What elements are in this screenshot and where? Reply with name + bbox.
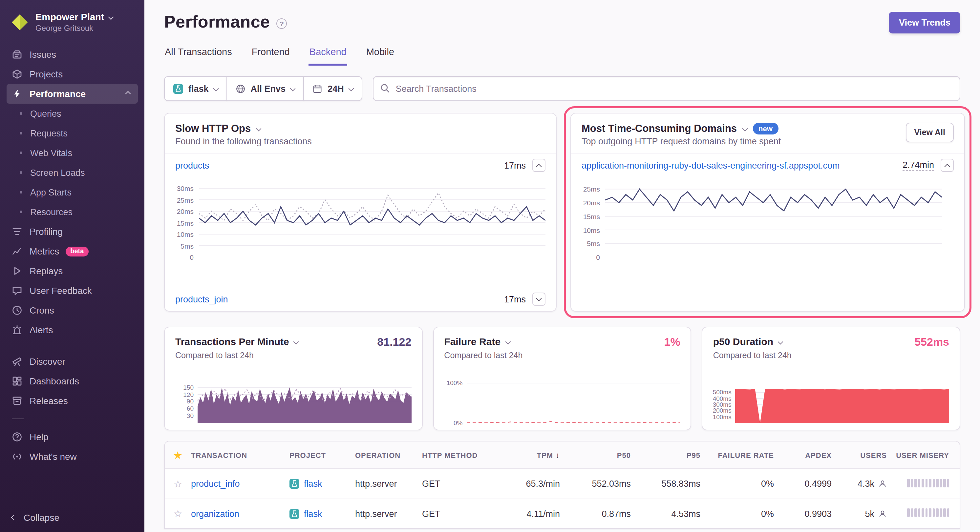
sidebar-item-user-feedback[interactable]: User Feedback [6, 281, 138, 300]
main-content: Performance ? View Trends All Transactio… [145, 0, 980, 532]
column-header-p95[interactable]: P95 [633, 451, 703, 459]
column-header-p50[interactable]: P50 [563, 451, 633, 459]
y-axis-tick: 300ms [713, 402, 732, 407]
column-header-apdex[interactable]: APDEX [776, 451, 834, 459]
sidebar-item-crons[interactable]: Crons [6, 300, 138, 320]
star-icon[interactable]: ☆ [165, 478, 191, 490]
widget-title[interactable]: Most Time-Consuming Domains [582, 123, 737, 135]
sidebar-item-what-s-new[interactable]: What's new [6, 447, 138, 466]
sidebar-item-label: App Starts [30, 187, 72, 197]
column-header-tpm[interactable]: TPM↓ [496, 450, 563, 459]
feedback-icon [12, 285, 22, 296]
accordion-row: products_join 17ms [165, 287, 556, 311]
sidebar-item-label: Resources [30, 207, 73, 217]
sidebar-item-dashboards[interactable]: Dashboards [6, 371, 138, 391]
view-all-button[interactable]: View All [906, 123, 954, 142]
widget-title[interactable]: p50 Duration [713, 336, 773, 347]
tab-backend[interactable]: Backend [309, 44, 347, 66]
column-header-operation[interactable]: OPERATION [355, 451, 422, 459]
tab-bar: All TransactionsFrontendBackendMobile [164, 44, 960, 66]
apdex-cell: 0.4999 [776, 479, 834, 489]
operation-cell: http.server [355, 509, 422, 519]
transaction-link[interactable]: products_join [175, 294, 228, 304]
collapse-row-button[interactable] [532, 159, 546, 172]
sidebar-item-performance[interactable]: Performance [6, 84, 138, 104]
project-cell[interactable]: flask [290, 509, 355, 519]
sidebar-collapse-button[interactable]: Collapse [12, 512, 59, 523]
column-header-user-misery[interactable]: USER MISERY [889, 451, 960, 459]
discover-icon [12, 356, 22, 367]
sidebar-item-label: Dashboards [30, 376, 79, 386]
help-icon[interactable]: ? [276, 18, 287, 29]
sidebar-item-alerts[interactable]: Alerts [6, 320, 138, 340]
project-filter[interactable]: flask [164, 76, 227, 101]
user-name: George Gritsouk [35, 24, 113, 33]
project-link[interactable]: flask [304, 509, 322, 519]
column-header-failure-rate[interactable]: FAILURE RATE [703, 451, 776, 459]
tpm-chart [197, 385, 411, 423]
project-link[interactable]: flask [304, 479, 322, 489]
time-range-filter[interactable]: 24H [303, 76, 362, 101]
view-trends-button[interactable]: View Trends [889, 12, 960, 33]
apdex-cell: 0.9903 [776, 509, 834, 519]
p95-cell: 4.53ms [633, 509, 703, 519]
sidebar-divider [12, 419, 24, 419]
sidebar-item-requests[interactable]: Requests [6, 123, 138, 143]
app-root: Empower Plant George Gritsouk IssuesProj… [0, 0, 980, 532]
sidebar-item-help[interactable]: Help [6, 427, 138, 447]
user-icon [878, 480, 887, 488]
column-header-users[interactable]: USERS [834, 451, 889, 459]
beta-badge: beta [66, 246, 88, 256]
sidebar-item-resources[interactable]: Resources [6, 202, 138, 222]
expand-row-button[interactable] [532, 292, 546, 306]
sidebar-item-issues[interactable]: Issues [6, 44, 138, 64]
domain-link[interactable]: application-monitoring-ruby-dot-sales-en… [582, 160, 840, 170]
sidebar-item-metrics[interactable]: Metricsbeta [6, 241, 138, 261]
sidebar-item-projects[interactable]: Projects [6, 64, 138, 84]
p50-duration-chart [735, 385, 949, 423]
y-axis: 100%0% [444, 381, 466, 423]
column-header-transaction[interactable]: TRANSACTION [191, 451, 290, 459]
environment-filter-label: All Envs [251, 84, 286, 94]
chart-area: 30ms25ms20ms15ms10ms5ms0 [165, 177, 556, 257]
column-header-project[interactable]: PROJECT [290, 451, 355, 459]
search-input[interactable] [373, 76, 960, 101]
widget-title[interactable]: Failure Rate [444, 336, 501, 347]
star-icon[interactable]: ☆ [165, 508, 191, 519]
users-count: 4.3k [858, 479, 874, 489]
chevron-down-icon [290, 86, 296, 92]
y-axis-tick: 120 [183, 391, 194, 397]
failure-rate-widget: Failure Rate 1% Compared to last 24h 100… [433, 327, 691, 430]
sidebar-item-queries[interactable]: Queries [6, 104, 138, 123]
sidebar-item-app-starts[interactable]: App Starts [6, 183, 138, 202]
sidebar-item-screen-loads[interactable]: Screen Loads [6, 163, 138, 183]
transaction-link[interactable]: product_info [191, 479, 240, 489]
sidebar-item-label: Alerts [30, 325, 53, 335]
tab-mobile[interactable]: Mobile [366, 44, 395, 66]
y-axis-tick: 5ms [587, 240, 600, 247]
project-cell[interactable]: flask [290, 479, 355, 489]
sort-desc-icon: ↓ [556, 450, 560, 459]
widget-title[interactable]: Transactions Per Minute [175, 336, 289, 347]
p95-cell: 558.83ms [633, 479, 703, 489]
time-spent-value[interactable]: 2.74min [902, 160, 934, 171]
org-switcher[interactable]: Empower Plant George Gritsouk [0, 9, 145, 42]
sidebar-item-profiling[interactable]: Profiling [6, 222, 138, 241]
sidebar-item-discover[interactable]: Discover [6, 352, 138, 371]
sidebar-item-replays[interactable]: Replays [6, 261, 138, 281]
widget-subtitle: Top outgoing HTTP request domains by tim… [582, 137, 781, 146]
collapse-row-button[interactable] [940, 159, 954, 172]
star-column-header[interactable]: ★ [165, 450, 191, 460]
chevron-down-icon [108, 14, 113, 20]
chevron-up-icon [945, 164, 950, 169]
environment-filter[interactable]: All Envs [226, 76, 304, 101]
widget-title[interactable]: Slow HTTP Ops [175, 123, 251, 135]
sidebar-item-releases[interactable]: Releases [6, 391, 138, 411]
sidebar-item-web-vitals[interactable]: Web Vitals [6, 143, 138, 163]
tab-all-transactions[interactable]: All Transactions [164, 44, 233, 66]
issues-icon [12, 49, 22, 60]
tab-frontend[interactable]: Frontend [251, 44, 290, 66]
transaction-link[interactable]: products [175, 160, 209, 170]
transaction-link[interactable]: organization [191, 509, 239, 519]
column-header-http-method[interactable]: HTTP METHOD [422, 451, 496, 459]
